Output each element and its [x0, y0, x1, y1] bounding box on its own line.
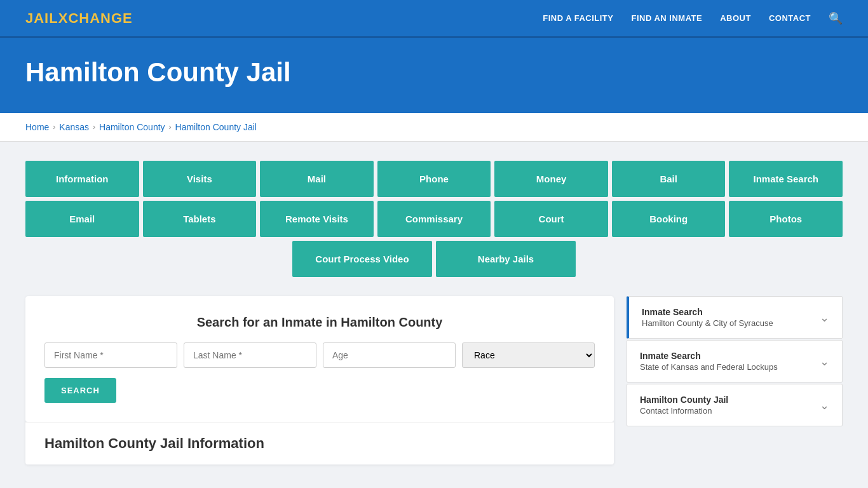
- jail-info-section: Hamilton County Jail Information: [25, 422, 614, 464]
- grid-row-3: Court Process Video Nearby Jails: [25, 241, 843, 277]
- chevron-down-icon-1: ⌄: [820, 311, 829, 325]
- sidebar-item-title-1: Inmate Search: [642, 307, 813, 317]
- breadcrumb-hamilton-county-jail[interactable]: Hamilton County Jail: [175, 122, 257, 132]
- grid-row-1: Information Visits Mail Phone Money Bail…: [25, 161, 843, 197]
- content-section: Search for an Inmate in Hamilton County …: [25, 296, 843, 464]
- breadcrumb-sep-2: ›: [93, 123, 95, 132]
- search-title: Search for an Inmate in Hamilton County: [44, 315, 595, 330]
- race-select[interactable]: Race White Black Hispanic Asian Other: [462, 342, 595, 368]
- btn-visits[interactable]: Visits: [143, 161, 257, 197]
- breadcrumb-kansas[interactable]: Kansas: [59, 122, 89, 132]
- btn-nearby-jails[interactable]: Nearby Jails: [436, 241, 576, 277]
- search-and-info: Search for an Inmate in Hamilton County …: [25, 296, 614, 464]
- logo-x: X: [58, 10, 69, 26]
- sidebar-item-subtitle-1: Hamilton County & City of Syracuse: [642, 318, 813, 328]
- age-input[interactable]: [323, 342, 456, 368]
- chevron-down-icon-2: ⌄: [820, 355, 829, 369]
- chevron-down-icon-3: ⌄: [820, 398, 829, 412]
- btn-inmate-search[interactable]: Inmate Search: [729, 161, 843, 197]
- first-name-input[interactable]: [44, 342, 177, 368]
- sidebar-item-inmate-search-county[interactable]: Inmate Search Hamilton County & City of …: [627, 296, 843, 339]
- sidebar-item-subtitle-3: Contact Information: [640, 406, 813, 416]
- jail-info-title: Hamilton County Jail Information: [44, 435, 595, 452]
- btn-remote-visits[interactable]: Remote Visits: [260, 201, 374, 237]
- btn-commissary[interactable]: Commissary: [377, 201, 491, 237]
- search-button[interactable]: SEARCH: [44, 378, 116, 403]
- btn-bail[interactable]: Bail: [612, 161, 726, 197]
- btn-money[interactable]: Money: [494, 161, 608, 197]
- hero-section: Hamilton County Jail: [0, 38, 868, 113]
- nav-contact[interactable]: CONTACT: [769, 13, 811, 23]
- btn-mail[interactable]: Mail: [260, 161, 374, 197]
- breadcrumb-sep-3: ›: [169, 123, 172, 132]
- sidebar-item-inmate-search-state[interactable]: Inmate Search State of Kansas and Federa…: [627, 340, 843, 383]
- header: JAILXCHANGE FIND A FACILITY FIND AN INMA…: [0, 0, 868, 38]
- logo-jail: JAIL: [25, 10, 58, 26]
- page-title: Hamilton County Jail: [25, 57, 843, 88]
- search-icon[interactable]: 🔍: [829, 11, 843, 25]
- btn-information[interactable]: Information: [25, 161, 139, 197]
- breadcrumb: Home › Kansas › Hamilton County › Hamilt…: [25, 122, 843, 132]
- sidebar-item-title-3: Hamilton County Jail: [640, 395, 813, 405]
- logo-exchange: CHANGE: [68, 10, 132, 26]
- main-content: Information Visits Mail Phone Money Bail…: [0, 142, 868, 484]
- breadcrumb-sep-1: ›: [53, 123, 55, 132]
- sidebar-item-text-2: Inmate Search State of Kansas and Federa…: [640, 351, 813, 372]
- search-fields: Race White Black Hispanic Asian Other: [44, 342, 595, 368]
- last-name-input[interactable]: [184, 342, 316, 368]
- nav-find-inmate[interactable]: FIND AN INMATE: [631, 13, 702, 23]
- main-nav: FIND A FACILITY FIND AN INMATE ABOUT CON…: [543, 11, 843, 25]
- nav-find-facility[interactable]: FIND A FACILITY: [543, 13, 613, 23]
- grid-row-2: Email Tablets Remote Visits Commissary C…: [25, 201, 843, 237]
- breadcrumb-home[interactable]: Home: [25, 122, 49, 132]
- breadcrumb-hamilton-county[interactable]: Hamilton County: [99, 122, 165, 132]
- sidebar-item-contact-info[interactable]: Hamilton County Jail Contact Information…: [627, 384, 843, 426]
- btn-booking[interactable]: Booking: [612, 201, 726, 237]
- btn-court-process-video[interactable]: Court Process Video: [292, 241, 432, 277]
- btn-email[interactable]: Email: [25, 201, 139, 237]
- inmate-search-box: Search for an Inmate in Hamilton County …: [25, 296, 614, 422]
- btn-phone[interactable]: Phone: [377, 161, 491, 197]
- btn-court[interactable]: Court: [494, 201, 608, 237]
- sidebar-item-text-1: Inmate Search Hamilton County & City of …: [642, 307, 813, 328]
- sidebar-item-subtitle-2: State of Kansas and Federal Lockups: [640, 362, 813, 372]
- navigation-grid: Information Visits Mail Phone Money Bail…: [25, 161, 843, 277]
- sidebar-item-text-3: Hamilton County Jail Contact Information: [640, 395, 813, 416]
- site-logo[interactable]: JAILXCHANGE: [25, 10, 133, 27]
- btn-tablets[interactable]: Tablets: [143, 201, 257, 237]
- btn-photos[interactable]: Photos: [729, 201, 843, 237]
- sidebar-item-title-2: Inmate Search: [640, 351, 813, 361]
- sidebar: Inmate Search Hamilton County & City of …: [627, 296, 843, 426]
- nav-about[interactable]: ABOUT: [720, 13, 751, 23]
- breadcrumb-bar: Home › Kansas › Hamilton County › Hamilt…: [0, 113, 868, 142]
